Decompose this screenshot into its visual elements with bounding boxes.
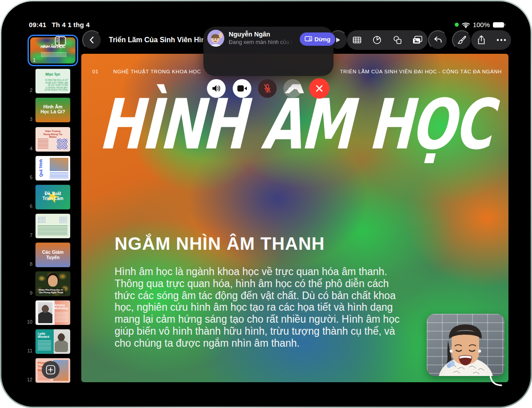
mic-muted-icon [263,84,272,93]
thumbnail-10-title: Ainsley McKinney [55,304,69,310]
thumbnail-number: 11 [24,348,32,353]
thumbnail-7-pattern [38,216,46,223]
slide-canvas[interactable]: 01 NGHỆ THUẬT TRONG KHOA HỌC TRIỂN LÃM C… [81,54,508,382]
thumbnail-11-photo [55,332,68,352]
add-slide-icon [46,365,56,375]
slide-thumbnail-11[interactable]: Lydia Woolard [36,329,70,354]
slide-thumbnail-1-selected[interactable]: HÌNH ÂM HỌC 1 [28,35,78,66]
facetime-self-view-tile[interactable] [427,314,504,376]
media-icon [412,35,423,45]
insert-table-button[interactable] [347,30,367,50]
thumbnail-number: 1 [33,57,36,63]
participant-video [427,314,504,376]
insert-chart-button[interactable] [367,30,387,50]
more-options-button[interactable] [283,79,302,98]
participant-name: Nguyễn Ngân [229,31,270,38]
slide-thumbnail-9[interactable]: Khám Phá Khoa Học ở Căn Phòng Nghệ Thuật [36,272,70,296]
ellipsis-icon [496,39,506,41]
end-call-button[interactable] [309,78,330,99]
thumbnail-2-toc: 03 HÌNH ÂM HỌC LÀ GÌ? 06 ĐỀ XUẤT TRIỂN L… [38,79,68,92]
thumbnail-1-preview: HÌNH ÂM HỌC [30,37,75,64]
sharing-status: Đang xem màn hình của t [229,39,294,45]
slide-heading[interactable]: NGẮM NHÌN ÂM THANH [115,234,325,254]
thumbnail-4-title: Hiện Tượng Rung Động Tự Nhiên [36,130,70,139]
battery-percent: 100% [473,21,490,28]
thumbnail-5-title: Quá Trình [39,158,43,178]
more-button[interactable] [492,30,511,50]
thumbnail-number: 8 [24,261,32,267]
thumbnail-number: 10 [24,319,32,324]
slide-thumbnail-4[interactable]: Hiện Tượng Rung Động Tự Nhiên [36,127,70,152]
back-button[interactable] [82,30,102,50]
add-slide-button[interactable] [42,361,60,379]
thumbnail-11-title: Lydia Woolard [38,332,52,338]
chevron-left-icon [87,36,96,44]
thumbnail-6-title: Đề Xuất Triển Lãm [36,191,70,201]
mic-mute-button[interactable] [258,79,277,98]
thumbnail-number: 4 [24,146,32,151]
insert-shape-button[interactable] [388,30,407,50]
undo-button[interactable] [428,30,448,50]
memoji-waving-icon [207,30,224,47]
thumbnail-number: 6 [24,204,32,209]
speaker-icon [211,84,221,93]
thumbnail-7-pattern [48,216,57,223]
sidebar-toggle-icon [55,36,66,46]
insert-toolbar [347,30,428,50]
thumbnail-7-pattern [59,216,67,223]
undo-icon [433,35,443,45]
audio-output-button[interactable] [207,79,226,98]
insert-media-button[interactable] [408,30,427,50]
thumbnail-number: 9 [24,290,32,296]
slide-header-right[interactable]: TRIỂN LÃM CỦA SINH VIÊN ĐẠI HỌC - CỘNG T… [340,69,502,74]
table-icon [352,35,362,45]
thumbnail-9-photo [48,275,58,287]
share-toolbar [471,30,511,50]
thumbnail-3-title: Hình Âm Học Là Gì? [36,104,70,114]
thumbnail-number: 3 [24,116,32,122]
slide-header-left[interactable]: NGHỆ THUẬT TRONG KHOA HỌC [113,69,201,74]
thumbnail-5-photo [50,158,68,171]
slide-thumbnail-5[interactable]: Quá Trình [36,156,70,180]
slide-thumbnail-6[interactable]: Đề Xuất Triển Lãm [36,185,70,209]
slide-thumbnail-7[interactable] [36,214,70,238]
slide-body-text[interactable]: Hình âm học là ngành khoa học về trực qu… [115,266,411,349]
wifi-icon [462,22,470,28]
thumbnail-1-title: HÌNH ÂM HỌC [30,44,75,49]
stop-sharing-label: Dừng [314,36,330,43]
ipad-device: 09:41 Th 4 1 thg 4 100% Triển Lãm Của Si… [0,0,532,408]
video-toggle-button[interactable] [233,79,251,98]
slide-thumbnail-2[interactable]: Mục lục 03 HÌNH ÂM HỌC LÀ GÌ? 06 ĐỀ XUẤT… [36,69,70,93]
device-screen: 09:41 Th 4 1 thg 4 100% Triển Lãm Của Si… [1,1,531,407]
share-icon [476,35,486,45]
avatar [207,30,224,47]
document-title[interactable]: Triển Lãm Của Sinh Viên Hình Âm Học [109,35,203,45]
camera-active-dot [455,23,459,27]
thumbnail-number: 5 [24,175,32,180]
slide-thumbnail-10[interactable]: Ainsley McKinney [36,300,70,325]
slide-thumbnail-3[interactable]: Hình Âm Học Là Gì? [36,98,70,122]
thumbnail-number: 7 [24,232,32,238]
screen-share-icon [305,36,312,42]
battery-icon [493,22,504,28]
slide-number[interactable]: 01 [92,69,99,74]
thumbnail-number: 2 [24,88,32,93]
video-icon [237,85,247,92]
thumbnail-10-photo [38,302,52,323]
slide-navigator: HÌNH ÂM HỌC 1 2 Mục lục 03 HÌNH ÂM HỌC L… [24,31,81,391]
thumbnail-2-title: Mục lục [36,72,70,76]
status-time: 09:41 [29,21,46,28]
navigator-toggle-button[interactable] [54,35,67,47]
play-icon [334,36,341,44]
share-button[interactable] [472,30,491,50]
brush-icon [457,35,467,45]
stop-sharing-button[interactable]: Dừng [300,32,335,46]
status-date: Th 4 1 thg 4 [52,21,90,28]
chart-icon [372,35,382,45]
thumbnail-number: 12 [24,377,32,382]
slide-thumbnail-8[interactable]: Các Giám Tuyển [36,243,70,267]
shapes-icon [392,35,403,45]
end-call-icon [315,84,323,92]
thumbnail-9-title: Khám Phá Khoa Học ở Căn Phòng Nghệ Thuật [38,288,65,294]
format-button[interactable] [452,30,472,50]
